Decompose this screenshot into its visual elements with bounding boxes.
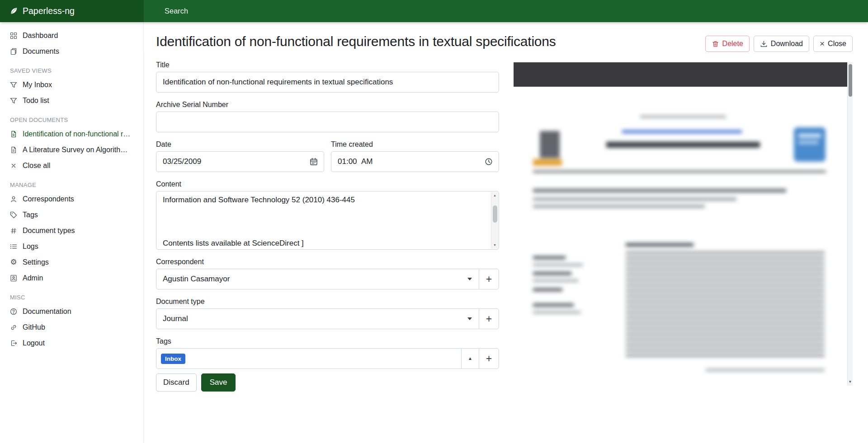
- sidebar-item-document-types[interactable]: Document types: [0, 223, 143, 238]
- sidebar-open-document-2[interactable]: A Literature Survey on Algorithms for Mu…: [0, 142, 143, 158]
- time-hhmm: 01:00: [338, 157, 357, 166]
- funnel-icon: [10, 97, 17, 104]
- sidebar-item-documents[interactable]: Documents: [0, 43, 143, 59]
- tag-badge-inbox[interactable]: Inbox: [161, 354, 185, 364]
- correspondent-value: Agustin Casamayor: [163, 275, 230, 284]
- sidebar-item-logs[interactable]: Logs: [0, 238, 143, 254]
- clock-icon[interactable]: [485, 158, 493, 166]
- link-icon: [10, 324, 17, 331]
- sidebar-section-open-documents: OPEN DOCUMENTS: [0, 108, 143, 126]
- download-button[interactable]: Download: [754, 36, 809, 52]
- sidebar-item-label: Tags: [23, 211, 38, 219]
- sidebar-item-settings[interactable]: ⚙ Settings: [0, 254, 143, 270]
- preview-shape: [794, 127, 826, 162]
- date-input[interactable]: 03/25/2009: [156, 151, 324, 172]
- preview-shape: [540, 131, 560, 158]
- tags-dropdown-toggle[interactable]: ▲: [461, 348, 479, 369]
- sidebar-item-label: Close all: [23, 162, 50, 170]
- date-value: 03/25/2009: [163, 157, 201, 166]
- calendar-icon[interactable]: [310, 158, 318, 166]
- sidebar-item-tags[interactable]: Tags: [0, 207, 143, 223]
- sidebar-item-documentation[interactable]: Documentation: [0, 303, 143, 319]
- page-title: Identification of non-functional require…: [156, 34, 556, 49]
- sidebar-item-label: Correspondents: [23, 195, 74, 203]
- preview-shape: [533, 171, 826, 173]
- funnel-icon: [10, 81, 17, 89]
- discard-button[interactable]: Discard: [156, 373, 197, 392]
- content-scrollbar[interactable]: ▲ ▼: [491, 192, 498, 249]
- close-button[interactable]: × Close: [813, 36, 853, 52]
- sidebar-open-document-1[interactable]: Identification of non-functional require…: [0, 126, 143, 142]
- sidebar-item-label: Dashboard: [23, 32, 58, 40]
- question-circle-icon: [10, 308, 17, 315]
- pdf-scrollbar[interactable]: ▼: [847, 62, 853, 386]
- sidebar-item-correspondents[interactable]: Correspondents: [0, 191, 143, 207]
- sidebar-item-github[interactable]: GitHub: [0, 319, 143, 335]
- person-icon: [10, 196, 17, 203]
- preview-shape: [533, 311, 580, 313]
- title-field-label: Title: [156, 61, 499, 69]
- sidebar-item-todo-list[interactable]: Todo list: [0, 93, 143, 108]
- time-meridiem: AM: [361, 157, 373, 166]
- sidebar-item-logout[interactable]: Logout: [0, 335, 143, 351]
- hash-icon: [10, 227, 17, 234]
- tags-field-label: Tags: [156, 337, 499, 345]
- sidebar-item-label: Settings: [23, 258, 49, 266]
- preview-shape: [533, 189, 786, 192]
- sidebar-item-label: Documents: [23, 47, 59, 56]
- add-document-type-button[interactable]: +: [479, 308, 499, 329]
- archive-serial-number-input[interactable]: [156, 112, 499, 132]
- preview-shape: [533, 288, 562, 291]
- tags-input[interactable]: Inbox: [156, 348, 462, 369]
- time-created-input[interactable]: 01:00 AM: [331, 151, 499, 172]
- preview-shape: [533, 256, 566, 259]
- sidebar-item-label: Identification of non-functional require…: [23, 130, 133, 138]
- sidebar-section-saved-views: SAVED VIEWS: [0, 59, 143, 77]
- file-text-icon: [10, 146, 17, 154]
- content-field-label: Content: [156, 180, 499, 188]
- content-textarea[interactable]: Information and Software Technology 52 (…: [156, 191, 499, 250]
- brand-label: Paperless-ng: [23, 6, 75, 16]
- preview-shape: [533, 280, 578, 282]
- preview-shape: [622, 130, 742, 133]
- content-scrollbar-thumb[interactable]: [493, 205, 497, 223]
- search-input[interactable]: [164, 6, 435, 16]
- documents-icon: [10, 48, 17, 55]
- delete-button[interactable]: Delete: [705, 36, 750, 52]
- close-icon: ×: [820, 40, 825, 47]
- sidebar-section-misc: MISC: [0, 286, 143, 303]
- scroll-down-arrow-icon[interactable]: ▼: [848, 378, 853, 386]
- paperless-leaf-logo-icon: [9, 6, 19, 16]
- sidebar-item-admin[interactable]: Admin: [0, 270, 143, 286]
- title-input[interactable]: [156, 72, 499, 93]
- pdf-viewer-toolbar: [514, 62, 847, 87]
- top-navbar: Paperless-ng: [0, 0, 868, 22]
- add-tag-button[interactable]: +: [479, 348, 499, 369]
- scroll-down-arrow-icon[interactable]: ▼: [491, 242, 498, 248]
- brand[interactable]: Paperless-ng: [0, 0, 144, 22]
- file-text-icon: [10, 131, 17, 138]
- plus-icon: +: [486, 353, 492, 365]
- scroll-up-arrow-icon[interactable]: ▲: [491, 192, 498, 199]
- sidebar-item-close-all[interactable]: Close all: [0, 158, 143, 173]
- add-correspondent-button[interactable]: +: [479, 269, 499, 289]
- date-field-label: Date: [156, 140, 324, 149]
- pdf-scrollbar-thumb[interactable]: [849, 64, 852, 97]
- preview-shape: [626, 252, 825, 359]
- save-button[interactable]: Save: [201, 373, 236, 392]
- preview-shape: [533, 205, 705, 208]
- sidebar: Dashboard Documents SAVED VIEWS My Inbox…: [0, 22, 144, 443]
- preview-shape: [533, 272, 571, 275]
- download-label: Download: [771, 39, 803, 49]
- blurred-page-content: [525, 87, 843, 386]
- document-type-select[interactable]: Journal: [156, 308, 479, 329]
- correspondent-select[interactable]: Agustin Casamayor: [156, 269, 479, 289]
- preview-shape: [798, 134, 821, 138]
- trash-icon: [712, 40, 719, 48]
- sidebar-item-dashboard[interactable]: Dashboard: [0, 28, 143, 43]
- close-x-icon: [10, 162, 17, 169]
- download-icon: [760, 40, 768, 48]
- tag-icon: [10, 211, 17, 219]
- pdf-viewer-body[interactable]: [514, 87, 847, 386]
- sidebar-item-my-inbox[interactable]: My Inbox: [0, 77, 143, 93]
